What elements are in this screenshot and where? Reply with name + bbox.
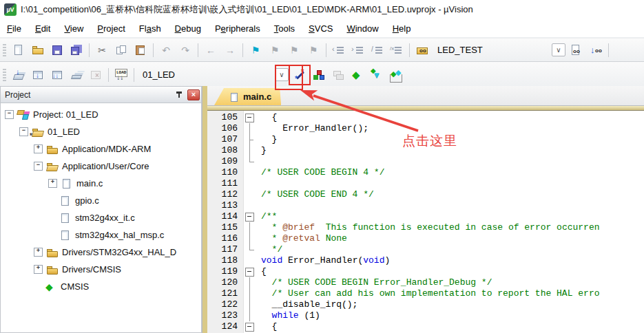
- indent-button[interactable]: [349, 42, 367, 58]
- tree-item-application-mdk-arm[interactable]: +Application/MDK-ARM: [1, 140, 201, 158]
- comment-button[interactable]: [368, 42, 386, 58]
- copy-button[interactable]: [112, 42, 130, 58]
- bookmark-prev-button[interactable]: ⚑: [266, 42, 284, 58]
- find-in-files-doc-button[interactable]: [568, 42, 585, 58]
- expander[interactable]: +: [34, 248, 43, 257]
- bookmark-next-button[interactable]: ⚑: [285, 42, 303, 58]
- tree-item-project-01-led[interactable]: −Project: 01_LED: [1, 106, 201, 123]
- manage-project-items-button[interactable]: [310, 67, 328, 83]
- bookmark-clear-button[interactable]: ⚑: [304, 42, 322, 58]
- findinc-icon: [589, 44, 603, 56]
- manage-run-time-environment-button[interactable]: [349, 67, 366, 83]
- tree-item-drivers-cmsis[interactable]: +Drivers/CMSIS: [1, 261, 201, 278]
- fold-marker[interactable]: [243, 266, 257, 277]
- new-file-button[interactable]: [10, 42, 28, 58]
- stop-build-button[interactable]: [87, 67, 105, 83]
- incremental-find-button[interactable]: [587, 42, 605, 58]
- tree-item-stm32g4xx-it-c[interactable]: stm32g4xx_it.c: [1, 209, 201, 226]
- fold-marker: [243, 145, 257, 156]
- tree-item-cmsis[interactable]: CMSIS: [1, 278, 201, 295]
- download-button[interactable]: [112, 67, 130, 83]
- file-icon: [60, 178, 74, 190]
- undo-button[interactable]: ↶: [157, 42, 175, 58]
- batch-build-button[interactable]: [67, 67, 85, 83]
- tree-item-stm32g4xx-hal-msp-c[interactable]: stm32g4xx_hal_msp.c: [1, 226, 201, 244]
- unindent-button[interactable]: [330, 42, 348, 58]
- build-button[interactable]: [29, 67, 47, 83]
- toolbar-grip[interactable]: [3, 69, 6, 81]
- menu-edit[interactable]: Edit: [28, 21, 57, 36]
- code-editor[interactable]: 105 {106 Error_Handler();107 }108}109110…: [207, 111, 644, 333]
- pin-icon[interactable]: [174, 89, 186, 100]
- tab-main-c[interactable]: main.c: [214, 88, 281, 105]
- expander[interactable]: −: [19, 127, 28, 136]
- menu-view[interactable]: View: [57, 21, 90, 36]
- expander[interactable]: +: [34, 144, 43, 153]
- menu-window[interactable]: Window: [340, 21, 385, 36]
- target-select-combo[interactable]: 01_LED∨: [137, 67, 290, 83]
- tree-item-application-user-core[interactable]: −Application/User/Core: [1, 158, 201, 175]
- code-text: {: [257, 266, 644, 277]
- menu-svcs[interactable]: SVCS: [302, 21, 340, 36]
- rebuild-button[interactable]: [48, 67, 66, 83]
- save-button[interactable]: [48, 42, 66, 58]
- menu-tools[interactable]: Tools: [267, 21, 302, 36]
- tree-item-drivers-stm32g4xx-hal-d[interactable]: +Drivers/STM32G4xx_HAL_D: [1, 244, 201, 261]
- translate-button[interactable]: [10, 67, 28, 83]
- bookmark-toggle-button[interactable]: ⚑: [247, 42, 264, 58]
- menu-debug[interactable]: Debug: [168, 21, 208, 36]
- tree-item-label: stm32g4xx_hal_msp.c: [75, 230, 164, 240]
- fold-marker: [243, 167, 257, 178]
- editor-tab-bar: main.c: [207, 86, 644, 106]
- find-in-files-button[interactable]: [413, 42, 431, 58]
- open-file-button[interactable]: [29, 42, 47, 58]
- folder-build-icon: *: [31, 126, 45, 138]
- close-icon[interactable]: ×: [187, 89, 200, 100]
- cut-button[interactable]: ✂: [93, 42, 111, 58]
- uncomment-button[interactable]: [388, 42, 406, 58]
- fold-marker[interactable]: [243, 112, 257, 123]
- navigate-forward-button[interactable]: →: [221, 42, 239, 58]
- paste-button[interactable]: [132, 42, 149, 58]
- paste-icon: [134, 44, 147, 56]
- fold-marker: [243, 156, 257, 167]
- fold-marker: [243, 233, 257, 244]
- toolbar-grip[interactable]: [3, 44, 6, 56]
- code-line: 118void Error_Handler(void): [207, 255, 644, 266]
- fold-marker[interactable]: [243, 211, 257, 222]
- code-line: 113: [207, 200, 644, 211]
- menu-flash[interactable]: Flash: [132, 21, 168, 36]
- code-line: 122 __disable_irq();: [207, 299, 644, 310]
- expander[interactable]: +: [48, 179, 57, 188]
- fold-marker: [243, 222, 257, 233]
- line-number: 120: [207, 277, 243, 288]
- bookmark-clear-icon: ⚑: [307, 44, 320, 56]
- menu-project[interactable]: Project: [90, 21, 132, 36]
- options-for-target-button[interactable]: [291, 67, 309, 83]
- main-area: Project × −Project: 01_LED−*01_LED+Appli…: [0, 86, 644, 333]
- chevron-down-icon[interactable]: ∨: [552, 43, 565, 56]
- save-all-button[interactable]: [67, 42, 85, 58]
- expander[interactable]: −: [34, 162, 43, 171]
- line-number: 105: [207, 112, 243, 123]
- select-software-packs-button[interactable]: [368, 67, 386, 83]
- packbox-icon: [390, 74, 402, 83]
- code-text: /* USER CODE END 4 */: [257, 189, 644, 200]
- search-combo[interactable]: LED_TEST∨: [432, 42, 567, 58]
- menu-peripherals[interactable]: Peripherals: [208, 21, 267, 36]
- tree-item-01-led[interactable]: −*01_LED: [1, 123, 201, 140]
- file-icon: [59, 229, 72, 241]
- menu-file[interactable]: File: [0, 21, 28, 36]
- expander[interactable]: +: [34, 265, 43, 274]
- tree-item-gpio-c[interactable]: gpio.c: [1, 192, 201, 209]
- navigate-back-button[interactable]: ←: [202, 42, 220, 58]
- pack-installer-button[interactable]: [387, 67, 405, 83]
- menu-help[interactable]: Help: [386, 21, 418, 36]
- tree-item-main-c[interactable]: +main.c: [1, 175, 201, 192]
- fold-marker[interactable]: [243, 321, 257, 332]
- expander[interactable]: −: [5, 110, 14, 119]
- multi-project-workspace-button[interactable]: [329, 67, 347, 83]
- redo-button[interactable]: ↷: [176, 42, 194, 58]
- chevron-down-icon[interactable]: ∨: [275, 68, 289, 81]
- editor-area: main.c 105 {106 Error_Handler();107 }108…: [202, 86, 644, 333]
